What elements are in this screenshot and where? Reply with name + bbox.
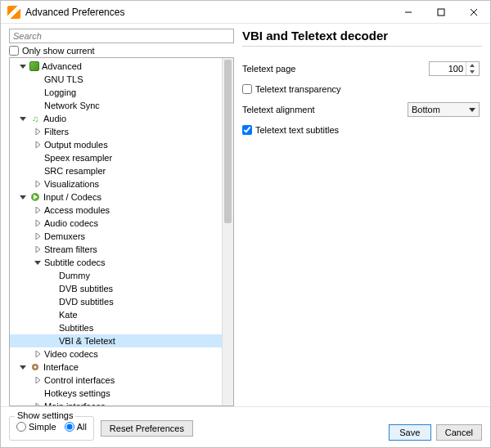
tree-item[interactable]: Dummy (10, 269, 222, 282)
all-radio-input[interactable] (65, 422, 74, 432)
twisty-closed-icon[interactable] (33, 179, 43, 189)
tree-item-label: SRC resampler (44, 166, 106, 176)
twisty-closed-icon[interactable] (33, 218, 43, 228)
tree-item[interactable]: Stream filters (10, 243, 222, 256)
tree-item[interactable]: Main interfaces (10, 400, 222, 405)
save-button[interactable]: Save (389, 424, 431, 441)
simple-radio[interactable]: Simple (16, 422, 56, 432)
tree-item[interactable]: Video codecs (10, 347, 222, 361)
twisty-open-icon[interactable] (18, 61, 28, 71)
tree-item[interactable]: Output modules (10, 138, 222, 151)
twisty-none (47, 297, 57, 307)
teletext-page-spinbox[interactable] (429, 61, 480, 76)
teletext-text-subtitles[interactable]: Teletext text subtitles (242, 125, 339, 135)
svg-marker-6 (36, 128, 40, 135)
category-icon (29, 61, 39, 71)
svg-marker-16 (34, 261, 41, 265)
tree-item[interactable]: Demuxers (10, 230, 222, 243)
only-show-current[interactable]: Only show current (9, 46, 234, 56)
tree-item[interactable]: DVD subtitles (10, 295, 222, 308)
tree-item[interactable]: Subtitles (10, 321, 222, 334)
tree-item[interactable]: Kate (10, 308, 222, 321)
tree-scrollbar[interactable] (222, 58, 233, 405)
tree-scrollbar-thumb[interactable] (224, 60, 232, 223)
tree-item[interactable]: Input / Codecs (10, 190, 222, 204)
spin-down-icon[interactable] (466, 69, 477, 75)
search-input[interactable] (9, 29, 234, 43)
play-icon (29, 191, 41, 203)
show-settings-group: Show settings Simple All (9, 416, 94, 441)
tree-item[interactable]: SRC resampler (10, 164, 222, 177)
tree-item[interactable]: Subtitle codecs (10, 256, 222, 269)
simple-radio-input[interactable] (16, 422, 26, 432)
settings-form: Teletext page (242, 61, 480, 135)
reset-preferences-button[interactable]: Reset Preferences (101, 420, 193, 437)
close-button[interactable] (457, 1, 490, 24)
tree-item[interactable]: Visualizations (10, 177, 222, 190)
twisty-closed-icon[interactable] (33, 127, 43, 137)
tree-item[interactable]: Audio codecs (10, 217, 222, 230)
twisty-none (47, 323, 57, 333)
body: Only show current AdvancedGNU TLSLogging… (1, 24, 490, 406)
twisty-open-icon[interactable] (18, 362, 28, 372)
tree-item-label: Audio (43, 114, 66, 123)
chevron-down-icon (469, 105, 475, 114)
tree-item[interactable]: ♫Audio (10, 112, 222, 125)
tree-item[interactable]: Access modules (10, 204, 222, 217)
tree-item-label: VBI & Teletext (59, 336, 115, 346)
minimize-button[interactable] (392, 1, 425, 24)
svg-point-20 (34, 366, 37, 369)
preferences-tree[interactable]: AdvancedGNU TLSLoggingNetwork Sync♫Audio… (10, 58, 222, 405)
tree-item[interactable]: Network Sync (10, 99, 222, 112)
tree-item-label: DVD subtitles (59, 297, 114, 307)
tree-item[interactable]: VBI & Teletext (10, 334, 222, 347)
twisty-closed-icon[interactable] (33, 349, 43, 359)
tree-item[interactable]: Logging (10, 86, 222, 99)
twisty-closed-icon[interactable] (33, 401, 43, 405)
titlebar: Advanced Preferences (1, 1, 490, 24)
teletext-transparency-checkbox[interactable] (242, 84, 252, 94)
teletext-transparency[interactable]: Teletext transparency (242, 84, 341, 94)
tree-item[interactable]: Interface (10, 361, 222, 374)
svg-rect-1 (438, 9, 444, 16)
all-radio-label: All (77, 422, 87, 432)
tree-item-label: Kate (59, 310, 78, 320)
twisty-closed-icon[interactable] (33, 231, 43, 241)
twisty-open-icon[interactable] (18, 114, 28, 123)
tree-item-label: Network Sync (44, 101, 100, 110)
tree-item-label: Demuxers (44, 231, 85, 241)
teletext-transparency-label: Teletext transparency (255, 84, 341, 94)
tree-item[interactable]: Advanced (10, 60, 222, 73)
tree-item[interactable]: DVB subtitles (10, 282, 222, 295)
tree-item[interactable]: Control interfaces (10, 374, 222, 387)
svg-marker-17 (36, 351, 40, 357)
tree-container: AdvancedGNU TLSLoggingNetwork Sync♫Audio… (9, 57, 234, 406)
window-title: Advanced Preferences (25, 7, 392, 18)
twisty-open-icon[interactable] (18, 192, 28, 202)
teletext-text-subtitles-checkbox[interactable] (242, 125, 252, 135)
twisty-open-icon[interactable] (33, 258, 43, 267)
twisty-closed-icon[interactable] (33, 205, 43, 215)
footer-right: Save Cancel (389, 424, 482, 441)
twisty-none (33, 74, 43, 84)
twisty-closed-icon[interactable] (33, 375, 43, 385)
twisty-none (47, 310, 57, 320)
tree-item[interactable]: Hotkeys settings (10, 387, 222, 400)
twisty-closed-icon[interactable] (33, 244, 43, 254)
teletext-alignment-select[interactable]: Bottom (408, 102, 480, 117)
maximize-button[interactable] (425, 1, 457, 24)
tree-item[interactable]: Filters (10, 125, 222, 138)
tree-item[interactable]: GNU TLS (10, 73, 222, 86)
tree-item-label: Input / Codecs (43, 192, 101, 202)
spin-up-icon[interactable] (466, 62, 477, 69)
teletext-page-input[interactable] (430, 64, 466, 74)
teletext-alignment-label: Teletext alignment (242, 105, 408, 114)
row-teletext-alignment: Teletext alignment Bottom (242, 102, 480, 117)
all-radio[interactable]: All (65, 422, 87, 432)
tree-item-label: Output modules (44, 140, 108, 150)
section-title: VBI and Teletext decoder (242, 29, 482, 43)
twisty-closed-icon[interactable] (33, 140, 43, 150)
cancel-button[interactable]: Cancel (436, 424, 482, 441)
tree-item[interactable]: Speex resampler (10, 151, 222, 164)
only-show-current-checkbox[interactable] (9, 46, 19, 56)
